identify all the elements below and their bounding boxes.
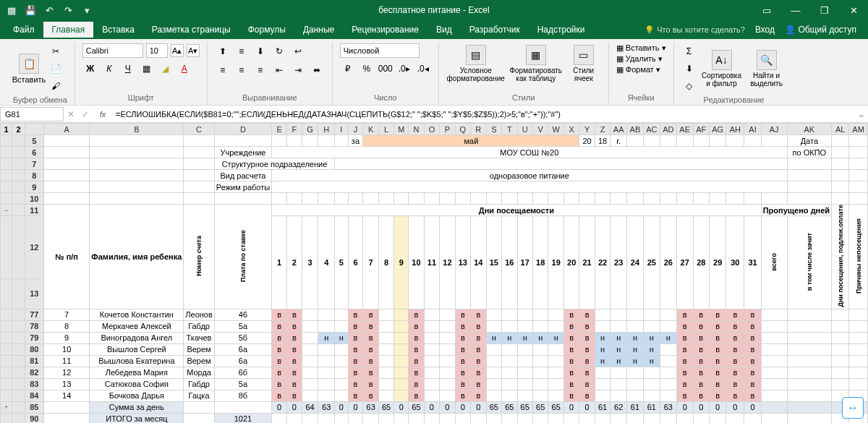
cell[interactable]: в	[348, 332, 363, 343]
cell[interactable]: в	[709, 390, 726, 401]
outline-toggle[interactable]	[1, 367, 12, 378]
cell[interactable]	[532, 309, 548, 320]
cell[interactable]: н	[610, 355, 627, 367]
cell[interactable]	[832, 355, 849, 367]
cell[interactable]: в	[471, 367, 486, 378]
cell[interactable]	[440, 309, 455, 320]
cell[interactable]: в	[563, 367, 579, 378]
wrap-icon[interactable]: ↩	[290, 43, 306, 59]
cell[interactable]	[595, 320, 610, 332]
cell[interactable]	[318, 193, 335, 205]
cell[interactable]	[548, 343, 563, 355]
underline-button[interactable]: Ч	[120, 61, 136, 77]
cell[interactable]: 0	[471, 401, 486, 413]
cell[interactable]: Кочетов Константин	[90, 309, 184, 320]
cell[interactable]: Бочкова Дарья	[90, 390, 184, 401]
cell[interactable]: в	[579, 378, 595, 390]
cell[interactable]: 0	[726, 401, 744, 413]
cell[interactable]: в	[409, 320, 424, 332]
col-header[interactable]: V	[532, 124, 548, 135]
cell[interactable]: н	[335, 332, 348, 343]
cell[interactable]: в	[563, 378, 579, 390]
cell[interactable]	[532, 355, 548, 367]
cell[interactable]: в	[471, 309, 486, 320]
paste-button[interactable]: 📋 Вставить	[13, 48, 45, 89]
cell[interactable]	[272, 181, 787, 193]
cell[interactable]: в	[709, 378, 726, 390]
cell[interactable]	[761, 135, 787, 147]
cell[interactable]	[660, 378, 676, 390]
number-format[interactable]: Числовой	[340, 43, 420, 58]
cell[interactable]	[532, 343, 548, 355]
cell[interactable]	[744, 135, 761, 147]
cell[interactable]	[532, 378, 548, 390]
cell[interactable]: в	[363, 355, 378, 367]
cell[interactable]	[610, 378, 627, 390]
cell[interactable]	[787, 170, 832, 181]
cell[interactable]: в	[709, 343, 726, 355]
cell[interactable]	[43, 413, 89, 423]
cell[interactable]: 65	[486, 401, 501, 413]
cell[interactable]: 18	[595, 135, 610, 147]
fx-icon[interactable]: fx	[93, 110, 113, 119]
cell[interactable]: в	[287, 367, 302, 378]
cell[interactable]	[726, 193, 744, 205]
inc-font-icon[interactable]: A▴	[171, 44, 184, 57]
col-header[interactable]: AF	[693, 124, 709, 135]
cell[interactable]	[787, 309, 832, 320]
cell[interactable]: в	[455, 332, 470, 343]
cell[interactable]	[726, 413, 744, 423]
cell[interactable]: в	[409, 390, 424, 401]
col-header[interactable]: AE	[676, 124, 693, 135]
cell[interactable]	[471, 193, 486, 205]
cell[interactable]: 0	[440, 401, 455, 413]
cell[interactable]	[90, 181, 184, 193]
cell[interactable]: в	[579, 320, 595, 332]
cell[interactable]: в	[287, 320, 302, 332]
tab-home[interactable]: Главная	[43, 22, 94, 38]
fill-icon[interactable]: ◢	[158, 61, 174, 77]
cell[interactable]: н	[502, 332, 517, 343]
cell[interactable]: в	[409, 378, 424, 390]
cell[interactable]: в	[471, 343, 486, 355]
cell[interactable]	[744, 193, 761, 205]
cell[interactable]: н	[643, 355, 660, 367]
cell[interactable]	[184, 401, 215, 413]
cell[interactable]	[517, 343, 532, 355]
cell[interactable]	[643, 309, 660, 320]
col-header[interactable]: F	[287, 124, 302, 135]
outline-toggle[interactable]	[1, 390, 12, 401]
cell[interactable]	[378, 378, 393, 390]
cell[interactable]: 0	[676, 401, 693, 413]
cell[interactable]: 65	[502, 401, 517, 413]
cell[interactable]: в	[676, 378, 693, 390]
cell[interactable]: н	[627, 343, 644, 355]
cell[interactable]: Вид расчета	[214, 170, 271, 181]
cancel-fx-icon[interactable]: ✕	[64, 109, 78, 119]
redo-icon[interactable]: ↷	[61, 3, 75, 17]
cell[interactable]: в	[563, 343, 579, 355]
cell[interactable]: в	[579, 343, 595, 355]
tab-insert[interactable]: Вставка	[93, 22, 143, 38]
cell[interactable]	[517, 320, 532, 332]
cell[interactable]	[610, 193, 627, 205]
cell[interactable]	[676, 413, 693, 423]
cell[interactable]	[318, 378, 335, 390]
col-header[interactable]: M	[394, 124, 409, 135]
cell[interactable]	[517, 355, 532, 367]
cell[interactable]	[486, 309, 501, 320]
cell[interactable]: н	[610, 343, 627, 355]
cell[interactable]	[214, 193, 271, 205]
cell[interactable]	[502, 390, 517, 401]
col-header[interactable]: U	[517, 124, 532, 135]
cell[interactable]	[643, 135, 660, 147]
cell[interactable]: в	[287, 378, 302, 390]
row-header[interactable]: 10	[25, 193, 43, 205]
cell[interactable]	[832, 147, 849, 158]
cell[interactable]: 65	[378, 401, 393, 413]
cell[interactable]: 0	[287, 401, 302, 413]
cell[interactable]	[726, 135, 744, 147]
cell[interactable]	[548, 193, 563, 205]
cell[interactable]: 63	[660, 401, 676, 413]
outline-toggle[interactable]	[1, 332, 12, 343]
